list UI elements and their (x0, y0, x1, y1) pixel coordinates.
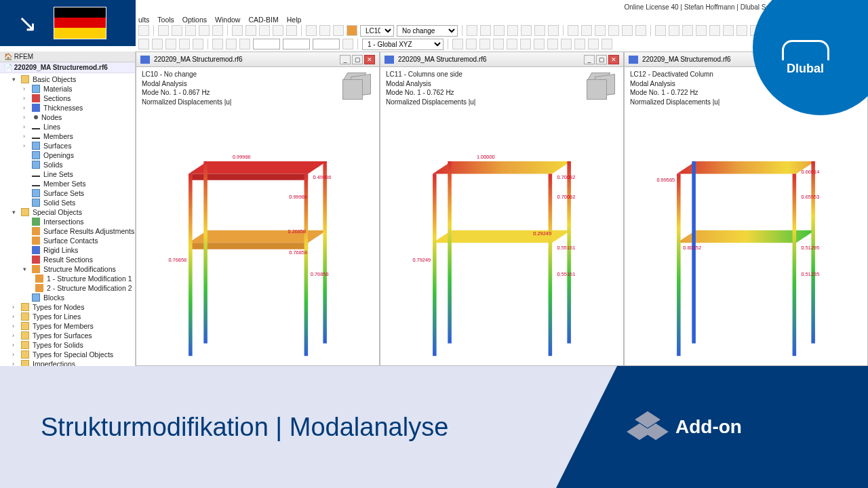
toolbar-icon[interactable] (696, 25, 707, 36)
navigator-file[interactable]: 📄 220209_MA Structuremod.rf6 (0, 62, 135, 73)
toolbar-icon[interactable] (333, 25, 344, 36)
toolbar-icon[interactable] (608, 25, 619, 36)
toolbar-icon[interactable] (306, 25, 317, 36)
toolbar-icon[interactable] (185, 25, 196, 36)
tree-surfaces[interactable]: ›Surfaces (4, 141, 135, 150)
toolbar-icon-ae[interactable] (347, 25, 357, 36)
toolbar-icon[interactable] (601, 39, 612, 49)
tree-tmembers[interactable]: ›Types for Members (4, 321, 135, 331)
tree-contacts[interactable]: Surface Contacts (4, 236, 135, 245)
tree-sra[interactable]: Surface Results Adjustments (4, 226, 135, 236)
tree-lines[interactable]: ›Lines (4, 122, 135, 131)
tree-thicknesses[interactable]: ›Thicknesses (4, 103, 135, 113)
tree-tlines[interactable]: ›Types for Lines (4, 312, 135, 321)
toolbar-icon[interactable] (521, 25, 532, 36)
toolbar-icon[interactable] (466, 39, 477, 49)
tree-materials[interactable]: ›Materials (4, 84, 135, 94)
tree-tsolids[interactable]: ›Types for Solids (4, 340, 135, 350)
tree-sm1[interactable]: 1 - Structure Modification 1 (4, 274, 135, 283)
orientation-cube-icon[interactable] (340, 71, 372, 102)
toolbar-icon[interactable] (212, 39, 223, 49)
toolbar-icon[interactable] (212, 25, 223, 36)
pane-close-button[interactable]: ✕ (364, 55, 375, 64)
toolbar-icon[interactable] (245, 25, 256, 36)
coord-x-input[interactable] (253, 39, 280, 49)
tree-openings[interactable]: Openings (4, 150, 135, 160)
tree-solids[interactable]: Solids (4, 160, 135, 169)
toolbar-icon[interactable] (479, 39, 490, 49)
toolbar-icon[interactable] (172, 25, 182, 36)
model-view[interactable]: 0.99986 0.49986 0.99986 0.26858 0.76858 … (163, 127, 352, 365)
toolbar-icon[interactable] (193, 39, 203, 49)
toolbar-icon[interactable] (635, 25, 646, 36)
tree-blocks[interactable]: Blocks (4, 293, 135, 302)
toolbar-icon[interactable] (588, 39, 599, 49)
toolbar-icon[interactable] (655, 25, 666, 36)
toolbar-icon[interactable] (480, 25, 491, 36)
toolbar-icon[interactable] (232, 25, 243, 36)
toolbar-icon[interactable] (723, 25, 734, 36)
pane-max-button[interactable]: ▢ (352, 55, 363, 64)
toolbar-icon[interactable] (319, 25, 330, 36)
toolbar-icon[interactable] (709, 25, 720, 36)
tree-tnodes[interactable]: ›Types for Nodes (4, 302, 135, 312)
change-select[interactable]: No change (397, 25, 458, 37)
toolbar-icon[interactable] (239, 39, 250, 49)
tree-imperf[interactable]: ›Imperfections (4, 359, 135, 366)
pane-close-button[interactable]: ✕ (608, 55, 619, 64)
toolbar-icon[interactable] (342, 39, 353, 49)
toolbar-icon[interactable] (622, 25, 633, 36)
toolbar-icon[interactable] (547, 39, 558, 49)
tree-members[interactable]: ›Members (4, 131, 135, 141)
toolbar-icon[interactable] (507, 25, 518, 36)
tree-sections[interactable]: ›Sections (4, 94, 135, 103)
toolbar-icon[interactable] (179, 39, 190, 49)
toolbar-icon[interactable] (595, 25, 606, 36)
tree-nodes[interactable]: ›Nodes (4, 113, 135, 122)
toolbar-icon[interactable] (568, 25, 578, 36)
toolbar-icon[interactable] (152, 39, 163, 49)
toolbar-icon[interactable] (561, 39, 572, 49)
toolbar-icon[interactable] (226, 39, 237, 49)
loadcase-select[interactable]: LC10 (360, 25, 394, 37)
coord-y-input[interactable] (283, 39, 310, 49)
tree-tspecial[interactable]: ›Types for Special Objects (4, 350, 135, 359)
tree-basic-objects[interactable]: ▾Basic Objects (4, 75, 135, 84)
toolbar-icon[interactable] (138, 25, 149, 36)
tree-solidsets[interactable]: Solid Sets (4, 198, 135, 207)
toolbar-icon[interactable] (165, 39, 176, 49)
toolbar-icon[interactable] (259, 25, 270, 36)
toolbar-icon[interactable] (520, 39, 531, 49)
toolbar-icon[interactable] (493, 39, 504, 49)
toolbar-icon[interactable] (534, 25, 545, 36)
tree-special-objects[interactable]: ▾Special Objects (4, 207, 135, 217)
toolbar-icon[interactable] (682, 25, 693, 36)
coord-system-select[interactable]: 1 - Global XYZ (362, 39, 443, 50)
tree-sm2[interactable]: 2 - Structure Modification 2 (4, 283, 135, 293)
toolbar-icon[interactable] (507, 39, 517, 49)
model-view[interactable]: 1.00000 0.70082 0.70082 0.29249 0.79249 … (408, 127, 596, 365)
toolbar-icon[interactable] (669, 25, 679, 36)
toolbar-icon[interactable] (736, 25, 747, 36)
pane-min-button[interactable]: _ (340, 55, 351, 64)
toolbar-icon[interactable] (534, 39, 545, 49)
toolbar-icon[interactable] (199, 25, 210, 36)
tree-resultsec[interactable]: Result Sections (4, 255, 135, 264)
tree-tsurfaces[interactable]: ›Types for Surfaces (4, 331, 135, 340)
toolbar-icon[interactable] (452, 39, 463, 49)
toolbar-icon[interactable] (581, 25, 592, 36)
pane-min-button[interactable]: _ (584, 55, 595, 64)
toolbar-icon[interactable] (548, 25, 559, 36)
viewport-pane-1[interactable]: 220209_MA Structuremod.rf6 _▢✕ LC10 - No… (136, 52, 380, 366)
coord-z-input[interactable] (313, 39, 340, 49)
toolbar-icon[interactable] (286, 25, 297, 36)
toolbar-icon[interactable] (138, 39, 149, 49)
model-view[interactable]: 0.99585 0.66614 0.65553 0.80152 0.51295 … (652, 127, 840, 365)
tree-surfacesets[interactable]: Surface Sets (4, 188, 135, 198)
toolbar-icon[interactable] (494, 25, 505, 36)
toolbar-icon[interactable] (574, 39, 585, 49)
tree-linesets[interactable]: Line Sets (4, 169, 135, 179)
viewport-pane-2[interactable]: 220209_MA Structuremod.rf6 _▢✕ LC11 - Co… (380, 52, 624, 366)
toolbar-icon[interactable] (467, 25, 477, 36)
toolbar-icon[interactable] (273, 25, 283, 36)
